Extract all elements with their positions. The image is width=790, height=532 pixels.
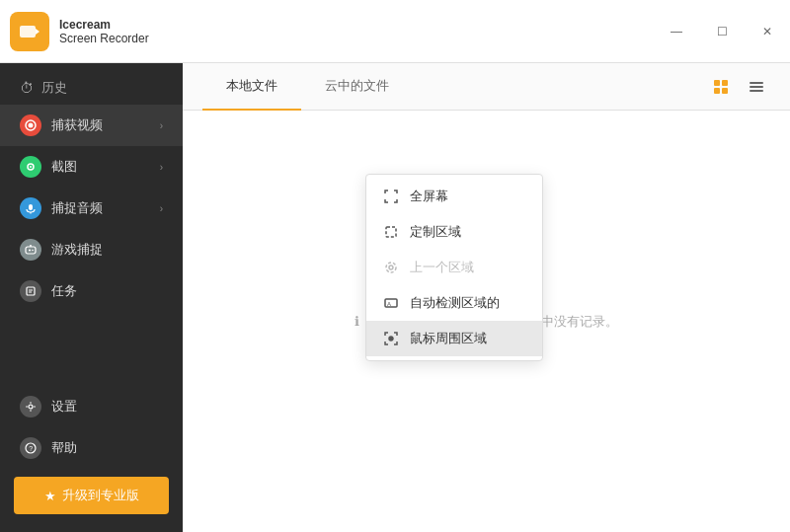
sidebar-item-tasks[interactable]: 任务 <box>0 270 183 312</box>
svg-rect-23 <box>714 80 720 86</box>
prev-area-icon <box>382 259 400 276</box>
app-branding: Icecream Screen Recorder <box>0 12 149 51</box>
clock-icon: ⏱ <box>20 80 34 96</box>
tab-cloud-files[interactable]: 云中的文件 <box>301 63 413 111</box>
titlebar: Icecream Screen Recorder — ☐ ✕ <box>0 0 790 63</box>
svg-point-32 <box>389 266 393 269</box>
screenshot-label: 截图 <box>51 158 77 176</box>
tasks-icon <box>20 280 41 302</box>
capture-video-icon <box>20 114 41 136</box>
capture-audio-label: 捕捉音频 <box>51 199 103 217</box>
svg-rect-24 <box>722 80 728 86</box>
menu-item-prev-area: 上一个区域 <box>366 250 542 285</box>
sidebar-item-capture-video[interactable]: 捕获视频 › <box>0 105 183 146</box>
svg-point-31 <box>386 263 396 272</box>
minimize-button[interactable]: — <box>654 16 699 47</box>
app-name-bottom: Screen Recorder <box>59 32 149 45</box>
svg-rect-25 <box>714 88 720 94</box>
svg-point-17 <box>30 402 32 404</box>
fullscreen-label: 全屏幕 <box>410 188 448 205</box>
app-logo <box>10 12 49 51</box>
sidebar: ⏱ 历史 捕获视频 › 截图 › <box>0 63 183 532</box>
game-capture-label: 游戏捕捉 <box>51 241 103 259</box>
app-title: Icecream Screen Recorder <box>59 18 149 45</box>
sidebar-bottom: 设置 ? 帮助 ★ 升级到专业版 <box>0 386 183 532</box>
svg-point-20 <box>34 406 36 408</box>
auto-detect-icon: A <box>382 294 400 312</box>
maximize-button[interactable]: ☐ <box>699 16 745 47</box>
svg-point-35 <box>389 337 393 341</box>
svg-point-3 <box>29 123 34 128</box>
svg-point-9 <box>30 245 32 247</box>
main-layout: ⏱ 历史 捕获视频 › 截图 › <box>0 63 790 532</box>
tab-actions <box>707 73 770 101</box>
upgrade-button[interactable]: ★ 升级到专业版 <box>14 477 169 514</box>
menu-item-fullscreen[interactable]: 全屏幕 <box>366 179 542 214</box>
svg-point-12 <box>32 250 34 252</box>
help-label: 帮助 <box>51 439 77 457</box>
mouse-area-icon <box>382 330 400 347</box>
fullscreen-icon <box>382 188 400 205</box>
capture-video-label: 捕获视频 <box>51 116 103 134</box>
chevron-right-icon: › <box>160 120 163 131</box>
svg-rect-30 <box>386 227 396 237</box>
svg-rect-6 <box>29 204 33 210</box>
sidebar-item-capture-audio[interactable]: 捕捉音频 › <box>0 188 183 229</box>
list-view-button[interactable] <box>743 73 770 101</box>
custom-area-label: 定制区域 <box>410 223 461 241</box>
menu-item-auto-detect[interactable]: A 自动检测区域的 <box>366 285 542 321</box>
menu-item-custom-area[interactable]: 定制区域 <box>366 214 542 250</box>
custom-area-icon <box>382 223 400 241</box>
game-capture-icon <box>20 239 41 261</box>
sidebar-item-game-capture[interactable]: 游戏捕捉 <box>0 229 183 270</box>
svg-rect-28 <box>750 86 763 88</box>
svg-rect-0 <box>20 26 36 38</box>
chevron-right-icon2: › <box>160 162 163 173</box>
content-area: 本地文件 云中的文件 <box>183 63 790 532</box>
star-icon: ★ <box>44 489 56 503</box>
svg-point-5 <box>30 166 32 168</box>
screenshot-icon <box>20 156 41 178</box>
settings-label: 设置 <box>51 398 77 416</box>
sidebar-history-label: ⏱ 历史 <box>0 63 183 105</box>
app-name-top: Icecream <box>59 18 149 32</box>
tabs: 本地文件 云中的文件 <box>202 63 413 111</box>
tasks-label: 任务 <box>51 282 77 300</box>
window-controls: — ☐ ✕ <box>654 0 790 63</box>
prev-area-label: 上一个区域 <box>410 259 474 276</box>
grid-view-button[interactable] <box>707 73 735 101</box>
svg-rect-26 <box>722 88 728 94</box>
svg-text:?: ? <box>29 445 33 452</box>
upgrade-label: 升级到专业版 <box>62 487 139 504</box>
close-button[interactable]: ✕ <box>745 16 790 47</box>
help-icon: ? <box>20 437 41 459</box>
svg-rect-29 <box>750 90 763 92</box>
svg-rect-27 <box>750 82 763 84</box>
info-icon: ℹ <box>355 314 359 329</box>
svg-marker-1 <box>36 29 40 35</box>
mouse-area-label: 鼠标周围区域 <box>410 330 487 347</box>
svg-point-19 <box>26 406 28 408</box>
chevron-right-icon3: › <box>160 203 163 214</box>
sidebar-item-help[interactable]: ? 帮助 <box>0 427 183 469</box>
svg-point-18 <box>30 410 32 412</box>
tab-local-files[interactable]: 本地文件 <box>202 63 301 111</box>
dropdown-menu: 全屏幕 定制区域 上一个区域 <box>365 174 543 361</box>
svg-point-16 <box>29 405 33 409</box>
tab-bar: 本地文件 云中的文件 <box>183 63 790 111</box>
menu-item-mouse-area[interactable]: 鼠标周围区域 <box>366 321 542 356</box>
sidebar-item-screenshot[interactable]: 截图 › <box>0 146 183 188</box>
svg-text:A: A <box>387 301 391 307</box>
sidebar-item-settings[interactable]: 设置 <box>0 386 183 427</box>
svg-rect-13 <box>27 287 35 295</box>
auto-detect-label: 自动检测区域的 <box>410 294 500 312</box>
settings-icon <box>20 396 41 418</box>
capture-audio-icon <box>20 197 41 219</box>
